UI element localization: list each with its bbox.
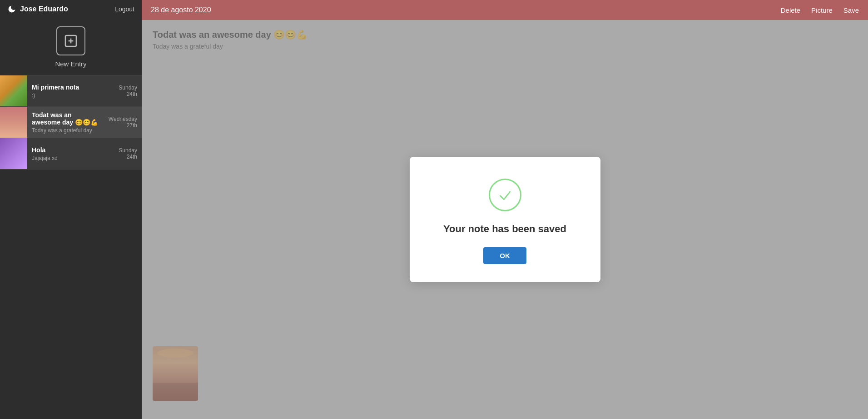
new-entry-label: New Entry (55, 60, 86, 68)
modal-message: Your note has been saved (443, 222, 566, 236)
list-item-subtitle: :) (32, 92, 109, 99)
new-entry-icon[interactable] (56, 26, 85, 55)
main-content: 28 de agosto 2020 Delete Picture Save To… (142, 0, 868, 419)
new-entry-area[interactable]: New Entry (0, 18, 142, 75)
save-button[interactable]: Save (843, 6, 859, 14)
main-body: Todat was an awesome day 😊😊💪 Today was a… (142, 20, 868, 419)
list-item[interactable]: Hola Jajajaja xd Sunday 24th (0, 138, 142, 170)
modal-ok-button[interactable]: OK (483, 247, 526, 264)
list-item-title: Mi primera nota (32, 84, 109, 91)
list-item-content: Mi primera nota :) (27, 75, 114, 106)
list-item-thumbnail (0, 75, 27, 106)
list-item-title: Hola (32, 146, 109, 154)
list-item[interactable]: Mi primera nota :) Sunday 24th (0, 75, 142, 107)
moon-icon (7, 5, 16, 14)
list-item-content: Todat was an awesome day 😊😊💪 Today was a… (27, 107, 104, 138)
sidebar: Jose Eduardo Logout New Entry Mi primera… (0, 0, 142, 419)
list-item-date: Wednesday 27th (104, 107, 142, 138)
delete-button[interactable]: Delete (781, 6, 800, 14)
list-item-thumbnail (0, 107, 27, 138)
logout-button[interactable]: Logout (115, 5, 134, 13)
entry-date: 28 de agosto 2020 (151, 6, 211, 14)
list-item-subtitle: Today was a grateful day (32, 127, 99, 134)
list-item[interactable]: Todat was an awesome day 😊😊💪 Today was a… (0, 107, 142, 138)
modal-overlay: Your note has been saved OK (142, 20, 868, 419)
list-item-subtitle: Jajajaja xd (32, 155, 109, 161)
main-header: 28 de agosto 2020 Delete Picture Save (142, 0, 868, 20)
list-item-date: Sunday 24th (114, 138, 142, 169)
user-name: Jose Eduardo (20, 5, 68, 13)
list-item-date: Sunday 24th (114, 75, 142, 106)
sidebar-header: Jose Eduardo Logout (0, 0, 142, 18)
modal-dialog: Your note has been saved OK (410, 157, 600, 282)
success-icon (489, 179, 521, 211)
sidebar-user: Jose Eduardo (7, 5, 68, 14)
list-item-title: Todat was an awesome day 😊😊💪 (32, 111, 99, 126)
list-item-thumbnail (0, 138, 27, 169)
list-item-content: Hola Jajajaja xd (27, 138, 114, 169)
picture-button[interactable]: Picture (811, 6, 833, 14)
main-actions: Delete Picture Save (781, 6, 859, 14)
